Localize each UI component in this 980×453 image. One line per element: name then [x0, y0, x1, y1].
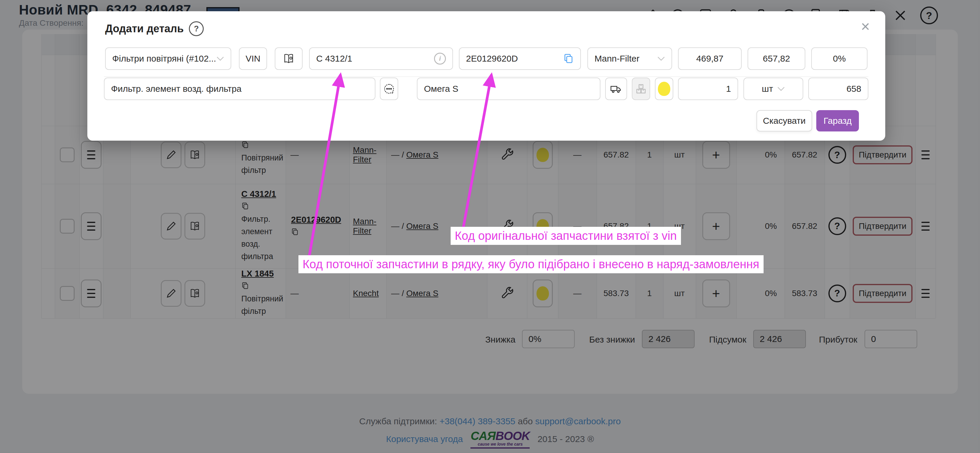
- quantity-input[interactable]: 1: [678, 78, 738, 100]
- comment-bubble-icon: [383, 83, 395, 95]
- divider: [104, 76, 869, 77]
- chevron-down-icon: [657, 56, 665, 61]
- add-part-modal: Додати деталь ? × Фільтри повітряні (#10…: [88, 11, 885, 141]
- annotation-original-code: Код оригінальної запчастини взятої з vin: [450, 227, 681, 245]
- discount-input[interactable]: 0%: [811, 48, 867, 70]
- comment-button[interactable]: [380, 78, 398, 100]
- book-icon: [283, 53, 294, 65]
- unit-select[interactable]: шт: [743, 78, 803, 100]
- price-input[interactable]: 657,82: [748, 48, 805, 70]
- purchase-price-input[interactable]: 469,87: [678, 48, 742, 70]
- cancel-button[interactable]: Скасувати: [756, 110, 812, 132]
- info-circle-icon: i: [434, 53, 446, 65]
- app: Новий MRD. 6342_849487 Дата Створення: ?: [0, 0, 980, 453]
- delivery-button[interactable]: [605, 78, 627, 100]
- copy-blue-icon[interactable]: [563, 53, 574, 64]
- annotation-current-code: Код поточної запчастини в рядку, яку бул…: [298, 255, 764, 273]
- sum-input[interactable]: 658: [808, 78, 869, 100]
- part-name-input[interactable]: Фильтр. элемент возд. фильтра: [104, 78, 375, 100]
- modal-help-icon[interactable]: ?: [189, 21, 204, 36]
- supplier-input[interactable]: Омега S: [417, 78, 600, 100]
- availability-indicator: [658, 82, 670, 96]
- part-code-input[interactable]: C 4312/1 i: [309, 48, 453, 70]
- catalog-book-button[interactable]: [275, 48, 302, 70]
- brand-select[interactable]: Mann-Filter: [587, 48, 672, 70]
- oe-code-input[interactable]: 2E0129620D: [459, 48, 581, 70]
- ok-button[interactable]: Гаразд: [816, 110, 859, 132]
- truck-icon: [610, 83, 622, 95]
- boxes-icon: [635, 83, 647, 95]
- availability-button[interactable]: [655, 78, 673, 100]
- chevron-down-icon: [216, 56, 224, 61]
- chevron-down-icon: [777, 86, 785, 91]
- part-group-select[interactable]: Фільтри повітряні (#102...: [105, 48, 231, 70]
- warehouse-button[interactable]: [632, 78, 650, 100]
- modal-title: Додати деталь ?: [105, 21, 204, 36]
- vin-button[interactable]: VIN: [239, 48, 267, 70]
- modal-close-icon[interactable]: ×: [859, 18, 872, 34]
